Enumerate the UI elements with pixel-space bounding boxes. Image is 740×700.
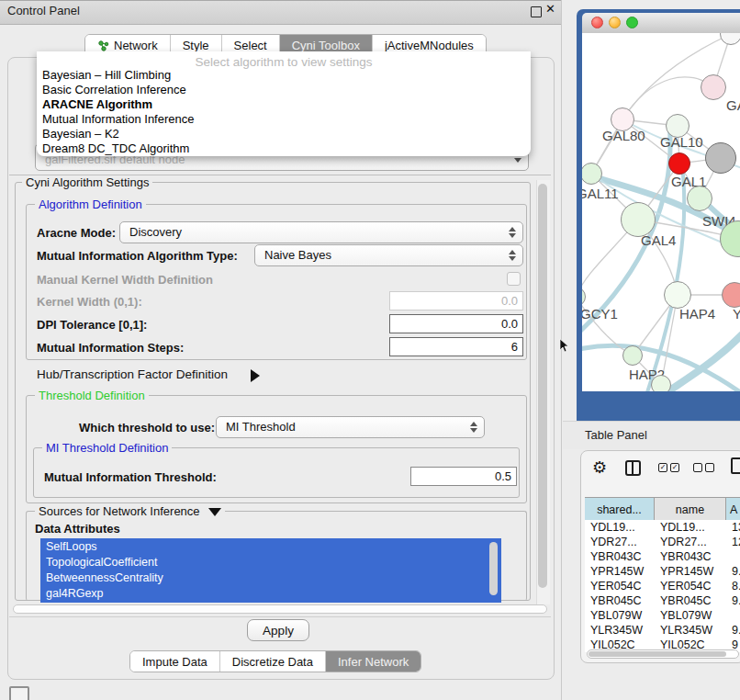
node-label: HAP4 [679, 306, 715, 322]
table-hscroll-thumb[interactable] [589, 651, 726, 657]
tab-infer-network[interactable]: Infer Network [326, 651, 420, 672]
network-node[interactable] [582, 163, 602, 185]
network-view-window[interactable]: GALGAL80GAL10GAL1SWI4GAL11GAL4GCY1HAP4YH… [577, 9, 740, 421]
network-node[interactable] [687, 186, 712, 211]
data-attributes-label: Data Attributes [35, 522, 120, 536]
table-cell: YBL079W [655, 608, 726, 623]
apply-button[interactable]: Apply [247, 619, 309, 641]
data-attributes-list: SelfLoopsTopologicalCoefficientBetweenne… [40, 538, 501, 603]
dropdown-item[interactable]: Basic Correlation Inference [42, 83, 520, 97]
gear-icon[interactable]: ⚙ [592, 459, 607, 476]
table-row[interactable]: YBR043CYBR043C [585, 549, 740, 564]
network-node[interactable] [651, 375, 671, 391]
split-columns-icon[interactable] [625, 460, 641, 476]
docked-panel-icon[interactable] [9, 686, 29, 700]
table-panel: ⚙ ✓✓ shared... name A YDL19...YDL19...13… [580, 450, 740, 663]
document-icon[interactable] [731, 457, 740, 474]
dropdown-item[interactable]: Dream8 DC_TDC Algorithm [42, 141, 520, 156]
table-row[interactable]: YDR27...YDR27...12 [585, 535, 740, 549]
horizontal-scrollbar[interactable] [13, 604, 547, 614]
table-cell: 9. [726, 564, 740, 579]
table-cell: YBR043C [585, 549, 655, 564]
dpi-tolerance-label: DPI Tolerance [0,1]: [37, 318, 147, 332]
table-row[interactable]: YBL079WYBL079W [585, 608, 740, 623]
network-node[interactable] [622, 345, 643, 366]
vertical-scrollbar-thumb[interactable] [538, 184, 547, 588]
attribute-list-item[interactable]: SelfLoops [46, 539, 487, 555]
tab-label: Network [114, 39, 158, 52]
attribute-list-item[interactable]: gal4RGexp [46, 586, 487, 602]
table-cell: 8. [726, 579, 740, 593]
attribute-list-item[interactable]: BetweennessCentrality [46, 570, 487, 586]
column-header-shared-name[interactable]: shared... [585, 498, 655, 521]
tab-label: Cyni Toolbox [292, 39, 360, 52]
select-all-checkboxes-icon[interactable]: ✓✓ [658, 463, 682, 480]
column-header-partial[interactable]: A [726, 498, 740, 521]
table-cell: YER054C [655, 579, 726, 593]
dropdown-item[interactable]: Mutual Information Inference [42, 112, 520, 127]
network-node[interactable] [722, 282, 740, 308]
tab-label: Infer Network [338, 655, 409, 669]
dpi-tolerance-input[interactable]: 0.0 [389, 314, 523, 333]
collapse-arrow-icon[interactable] [208, 508, 221, 516]
which-threshold-combobox[interactable]: MI Threshold [216, 416, 485, 438]
network-node[interactable] [701, 74, 726, 100]
tab-label: Discretize Data [232, 655, 313, 669]
table-cell [726, 608, 740, 623]
table-cell: 9. [726, 623, 740, 638]
combo-arrows-icon [470, 422, 477, 433]
dropdown-item[interactable]: Bayesian – Hill Climbing [42, 68, 520, 83]
table-row[interactable]: YBR045CYBR045C9. [585, 593, 740, 608]
dropdown-item[interactable]: ARACNE Algorithm [42, 97, 520, 112]
close-icon[interactable]: ✕ [545, 2, 555, 16]
kernel-width-input[interactable]: 0.0 [389, 291, 523, 310]
cyni-settings-legend: Cyni Algorithm Settings [22, 175, 152, 189]
which-threshold-value: MI Threshold [226, 420, 296, 434]
table-row[interactable]: YER054CYER054C8. [585, 579, 740, 593]
minimize-traffic-light[interactable] [609, 17, 621, 28]
table-panel-title: Table Panel [585, 428, 647, 442]
table-horizontal-scrollbar[interactable] [587, 649, 739, 659]
aracne-mode-combobox[interactable]: Discovery [119, 221, 523, 243]
mi-steps-input[interactable]: 6 [389, 337, 523, 356]
mi-threshold-legend: MI Threshold Definition [42, 441, 172, 455]
algorithm-dropdown-placeholder: Select algorithm to view settings [37, 55, 531, 69]
close-traffic-light[interactable] [591, 17, 603, 28]
node-label: Y [733, 306, 740, 322]
mi-type-combobox[interactable]: Naive Bayes [254, 244, 523, 266]
table-row[interactable]: YPR145WYPR145W9. [585, 564, 740, 579]
deselect-checkboxes-icon[interactable] [693, 463, 717, 480]
table-cell: YPR145W [655, 564, 726, 579]
network-node[interactable] [664, 281, 691, 309]
float-window-icon[interactable] [531, 6, 542, 17]
network-node[interactable] [705, 142, 736, 174]
table-row[interactable]: YLR345WYLR345W9. [585, 623, 740, 638]
column-header-name[interactable]: name [655, 498, 726, 521]
table-cell: YDR27... [655, 535, 726, 549]
zoom-traffic-light[interactable] [626, 17, 638, 28]
table-row[interactable]: YDL19...YDL19...13 [585, 520, 740, 535]
attribute-list-item[interactable]: TopologicalCoefficient [46, 555, 487, 570]
list-scrollbar-thumb[interactable] [489, 542, 498, 595]
mi-threshold-input[interactable]: 0.5 [410, 467, 517, 486]
network-node[interactable] [668, 152, 690, 175]
table-cell: 9. [726, 593, 740, 608]
tab-label: Select [234, 39, 267, 52]
network-window-titlebar[interactable] [582, 13, 740, 34]
network-icon [97, 40, 109, 51]
table-cell [726, 549, 740, 564]
dropdown-item[interactable]: Bayesian – K2 [42, 127, 520, 141]
tab-discretize-data[interactable]: Discretize Data [220, 651, 326, 672]
table-cell: 13 [726, 520, 740, 535]
tab-impute-data[interactable]: Impute Data [130, 651, 220, 672]
network-canvas[interactable]: GALGAL80GAL10GAL1SWI4GAL11GAL4GCY1HAP4YH… [582, 33, 740, 391]
table-cell: YBR045C [655, 593, 726, 608]
mi-type-value: Naive Bayes [264, 248, 331, 262]
mi-steps-label: Mutual Information Steps: [37, 341, 184, 355]
manual-kernel-checkbox[interactable] [507, 272, 521, 286]
table-cell: YBL079W [585, 608, 655, 623]
network-node[interactable] [720, 33, 740, 45]
table-cell: YBR045C [585, 593, 655, 608]
expand-arrow-icon[interactable] [251, 367, 260, 383]
network-node[interactable] [582, 287, 586, 307]
